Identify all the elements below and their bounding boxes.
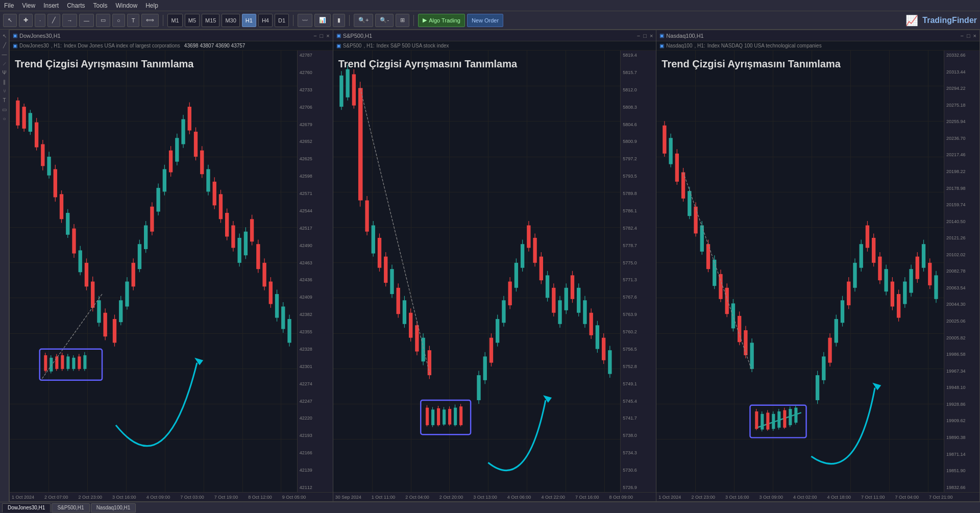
tool-arrow[interactable]: ↖: [3, 14, 17, 27]
chart3-close[interactable]: ×: [973, 33, 976, 39]
sidebar-hline-tool[interactable]: —: [1, 50, 9, 58]
price-label: 20294.22: [946, 86, 977, 91]
sidebar-rect-tool[interactable]: ▭: [1, 105, 9, 113]
chart2-price-axis[interactable]: 5819.4 5815.7 5812.0 5808.3 5804.6 5800.…: [620, 51, 656, 492]
algo-trading-btn[interactable]: ▶ Algo Trading: [418, 14, 465, 27]
time-label: 2 Oct 04:00: [405, 495, 429, 500]
menu-window[interactable]: Window: [116, 2, 138, 9]
grid-toggle[interactable]: ⊞: [396, 14, 409, 27]
bottom-bar: DowJones30,H1 S&P500,H1 Nasdaq100,H1: [0, 502, 980, 513]
chart2-icon: ▣: [336, 33, 341, 38]
chart1-canvas[interactable]: 42787 42760 42733 42706 42679 42652 4262…: [10, 51, 333, 492]
chart1-close[interactable]: ×: [326, 33, 329, 39]
price-label: 20044.30: [946, 302, 977, 307]
price-label: 20255.94: [946, 119, 977, 124]
menu-insert[interactable]: Insert: [43, 2, 59, 9]
chart2-minimize[interactable]: −: [637, 33, 640, 39]
price-label: 5752.8: [623, 364, 654, 369]
tf-m5[interactable]: M5: [185, 14, 200, 27]
time-label: 8 Oct 12:00: [248, 495, 272, 500]
menu-bar: File View Insert Charts Tools Window Hel…: [0, 0, 980, 11]
price-label: 5756.5: [623, 347, 654, 352]
chart3-tf: , H1:: [695, 43, 705, 48]
tool-measure[interactable]: ⟺: [141, 14, 159, 27]
chart-type-candle[interactable]: 📊: [314, 14, 331, 27]
tool-circle[interactable]: ○: [112, 14, 125, 27]
tab-nasdaq[interactable]: Nasdaq100,H1: [91, 503, 136, 512]
price-label: 5789.8: [623, 191, 654, 196]
chart3-canvas[interactable]: 20332.66 20313.44 20294.22 20275.18 2025…: [656, 51, 979, 492]
tab-sp500[interactable]: S&P500,H1: [52, 503, 89, 512]
price-label: 42220: [300, 416, 331, 421]
chart2-tf: , H1:: [363, 43, 374, 48]
chart1-minimize[interactable]: −: [313, 33, 316, 39]
chart2-candles-svg: [333, 51, 621, 475]
new-order-btn[interactable]: New Order: [467, 14, 503, 27]
chart2-close[interactable]: ×: [650, 33, 653, 39]
chart3-symbol-icon: ▣: [659, 43, 664, 48]
svg-rect-239: [778, 411, 781, 428]
tf-m30[interactable]: M30: [222, 14, 239, 27]
tf-h1[interactable]: H1: [242, 14, 256, 27]
zoom-in[interactable]: 🔍+: [354, 14, 373, 27]
tab-dowjones[interactable]: DowJones30,H1: [2, 503, 51, 512]
tool-ray[interactable]: →: [62, 14, 77, 27]
sidebar-arrow-tool[interactable]: ↖: [1, 32, 9, 40]
price-label: 42733: [300, 87, 331, 92]
menu-help[interactable]: Help: [145, 2, 158, 9]
price-label: 20121.26: [946, 235, 977, 240]
zoom-out[interactable]: 🔍-: [375, 14, 394, 27]
price-label: 5749.1: [623, 381, 654, 386]
sep4: [413, 15, 414, 26]
sidebar-line-tool[interactable]: ╱: [1, 41, 9, 49]
chart1-price-axis[interactable]: 42787 42760 42733 42706 42679 42652 4262…: [297, 51, 333, 492]
price-label: 19948.10: [946, 385, 977, 390]
tool-cross[interactable]: ✚: [19, 14, 33, 27]
tf-d1[interactable]: D1: [275, 14, 289, 27]
time-label: 7 Oct 03:00: [180, 495, 204, 500]
chart-type-line[interactable]: 〰: [298, 14, 312, 27]
svg-marker-287: [873, 383, 881, 390]
price-label: 20005.82: [946, 335, 977, 340]
sidebar-circle-tool[interactable]: ○: [1, 114, 9, 123]
price-label: 5767.6: [623, 295, 654, 300]
tool-dot[interactable]: ·: [35, 14, 45, 27]
time-label: 4 Oct 09:00: [146, 495, 170, 500]
price-label: 42787: [300, 53, 331, 58]
chart1-candles-svg: [10, 51, 297, 475]
chart3-maximize[interactable]: □: [967, 33, 970, 39]
price-label: 42328: [300, 347, 331, 352]
menu-view[interactable]: View: [22, 2, 35, 9]
chart3-price-axis[interactable]: 20332.66 20313.44 20294.22 20275.18 2025…: [944, 51, 979, 492]
tf-m15[interactable]: M15: [202, 14, 219, 27]
chart1-maximize[interactable]: □: [320, 33, 324, 39]
sidebar-pitchfork-tool[interactable]: ⑂: [1, 87, 9, 95]
chart3-symbol: Nasdaq100: [666, 43, 692, 48]
price-label: 42652: [300, 139, 331, 144]
price-label: 20102.02: [946, 252, 977, 257]
sidebar-fib-tool[interactable]: Ψ: [1, 68, 9, 77]
price-label: 20063.54: [946, 285, 977, 290]
sidebar-trend-tool[interactable]: ⟋: [1, 59, 9, 67]
tool-line[interactable]: ╱: [47, 14, 60, 27]
tool-text[interactable]: T: [127, 14, 140, 27]
chart3-candles-svg: [656, 51, 944, 475]
chart2-time-axis: 30 Sep 2024 1 Oct 11:00 2 Oct 04:00 2 Oc…: [333, 492, 656, 501]
tool-rect[interactable]: ▭: [96, 14, 110, 27]
chart3-minimize[interactable]: −: [960, 33, 963, 39]
sidebar-channel-tool[interactable]: ∥: [1, 78, 9, 86]
price-label: 5730.6: [623, 468, 654, 473]
tf-h4[interactable]: H4: [258, 14, 273, 27]
chart2-maximize[interactable]: □: [643, 33, 647, 39]
svg-marker-197: [543, 395, 552, 403]
chart2-canvas[interactable]: 5819.4 5815.7 5812.0 5808.3 5804.6 5800.…: [333, 51, 656, 492]
menu-tools[interactable]: Tools: [93, 2, 108, 9]
price-label: 19967.34: [946, 369, 977, 374]
menu-charts[interactable]: Charts: [67, 2, 85, 9]
tf-m1[interactable]: M1: [167, 14, 182, 27]
chart-type-bar[interactable]: ▮: [333, 14, 345, 27]
tool-hline[interactable]: —: [79, 14, 94, 27]
chart1-tf: , H1:: [51, 43, 62, 48]
sidebar-text-tool[interactable]: T: [1, 96, 9, 104]
menu-file[interactable]: File: [4, 2, 14, 9]
